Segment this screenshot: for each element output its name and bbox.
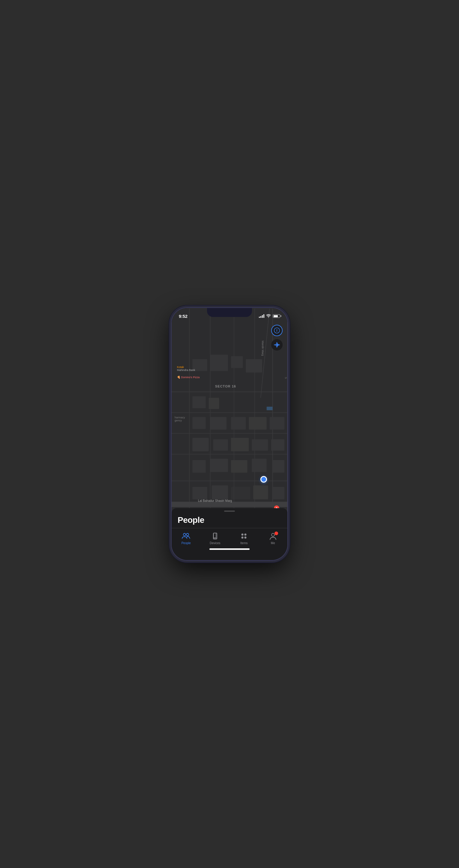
svg-rect-32 — [271, 439, 285, 451]
user-location-dot — [260, 476, 267, 483]
wifi-icon — [266, 314, 271, 318]
svg-point-65 — [241, 537, 243, 539]
svg-rect-40 — [231, 487, 250, 499]
tab-people[interactable]: People — [172, 531, 201, 546]
svg-rect-27 — [270, 417, 285, 430]
svg-rect-38 — [192, 487, 207, 499]
map-info-button[interactable]: i — [271, 325, 283, 336]
me-badge — [274, 531, 278, 535]
notch — [207, 308, 252, 317]
phone-screen: KotakMahindra Bank 🍕 Domino's Pizza SECT… — [172, 308, 287, 560]
home-indicator-area — [172, 548, 287, 550]
svg-rect-35 — [231, 460, 247, 473]
svg-rect-41 — [253, 485, 268, 499]
svg-point-64 — [244, 534, 247, 536]
map-label-right: S — [285, 377, 287, 379]
svg-marker-57 — [275, 343, 279, 347]
devices-icon — [211, 532, 219, 540]
svg-rect-18 — [210, 355, 228, 371]
phone-frame: KotakMahindra Bank 🍕 Domino's Pizza SECT… — [171, 307, 288, 561]
svg-rect-61 — [214, 533, 216, 538]
status-icons — [259, 314, 280, 318]
home-indicator — [209, 548, 250, 550]
tab-me[interactable]: Me — [259, 531, 288, 546]
svg-rect-37 — [273, 460, 285, 473]
bottom-sheet: People People — [172, 508, 287, 560]
svg-rect-23 — [192, 417, 206, 429]
tab-items[interactable]: Items — [230, 531, 259, 546]
svg-point-59 — [186, 533, 189, 536]
tab-items-label: Items — [240, 541, 248, 545]
svg-text:i: i — [276, 328, 277, 333]
svg-rect-42 — [273, 487, 285, 499]
svg-point-66 — [244, 537, 247, 539]
svg-rect-21 — [192, 396, 206, 408]
svg-rect-26 — [249, 417, 266, 430]
signal-bars-icon — [259, 314, 264, 318]
svg-rect-54 — [267, 407, 273, 410]
tab-devices-label: Devices — [210, 541, 221, 545]
svg-rect-17 — [192, 359, 207, 371]
people-icon — [182, 532, 190, 540]
map-location-button[interactable] — [271, 339, 283, 350]
tab-bar: People Devices — [172, 528, 287, 546]
svg-rect-25 — [231, 417, 246, 430]
svg-rect-31 — [252, 439, 268, 451]
svg-rect-33 — [192, 460, 206, 473]
svg-rect-20 — [246, 359, 262, 373]
tab-devices[interactable]: Devices — [201, 531, 230, 546]
svg-rect-30 — [231, 438, 249, 452]
svg-rect-36 — [252, 459, 266, 472]
svg-rect-24 — [210, 417, 227, 430]
svg-rect-29 — [213, 439, 228, 451]
svg-rect-39 — [212, 485, 228, 499]
svg-rect-28 — [192, 438, 208, 452]
svg-point-63 — [241, 534, 243, 536]
tab-people-label: People — [182, 541, 191, 545]
items-icon — [240, 532, 248, 540]
svg-rect-22 — [209, 398, 219, 409]
svg-point-58 — [183, 533, 186, 536]
tab-me-label: Me — [271, 541, 275, 545]
status-time: 9:52 — [179, 314, 188, 319]
me-icon-wrapper — [269, 532, 277, 540]
battery-icon — [273, 314, 280, 318]
svg-rect-19 — [231, 356, 243, 368]
svg-rect-34 — [210, 459, 228, 472]
sheet-title: People — [172, 512, 287, 528]
